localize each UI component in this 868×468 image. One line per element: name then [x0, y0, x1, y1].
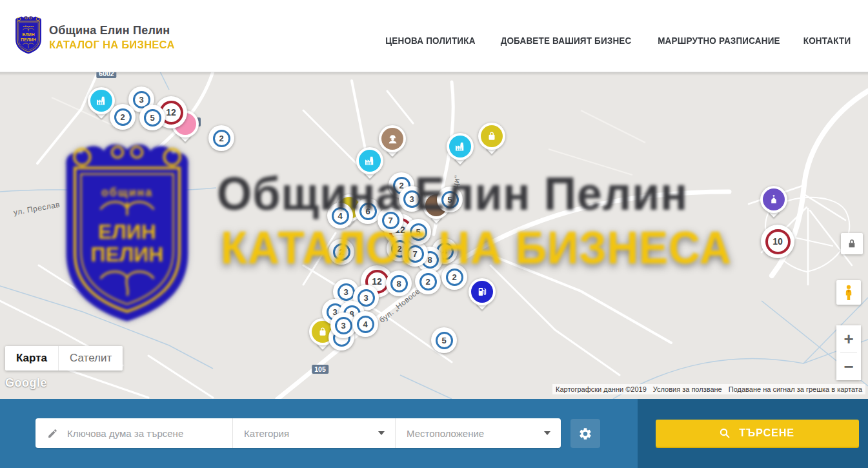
cluster-marker[interactable]: 5 [139, 105, 165, 130]
svg-text:ПЕЛИН: ПЕЛИН [21, 37, 36, 42]
cluster-marker[interactable]: 6 [355, 198, 381, 224]
search-bar: Категория Местоположение ТЪРСЕНЕ [0, 399, 868, 468]
cluster-marker[interactable]: 8 [386, 270, 412, 296]
chevron-down-icon [378, 431, 385, 435]
cluster-count: 3 [403, 190, 421, 208]
cluster-marker[interactable]: 5 [405, 219, 431, 245]
page: община ЕЛИН ПЕЛИН Община Елин Пелин КАТА… [0, 0, 868, 468]
category-select-label: Категория [244, 428, 289, 439]
factory-pin[interactable] [447, 133, 474, 160]
pencil-icon [47, 428, 58, 439]
cluster-count: 4 [332, 207, 349, 225]
search-field-group: Категория Местоположение [35, 418, 561, 448]
cluster-count: 4 [357, 316, 374, 333]
site-subtitle: КАТАЛОГ НА БИЗНЕСА [49, 39, 175, 52]
cluster-count: 5 [436, 332, 453, 349]
cluster-marker[interactable]: 4 [352, 311, 378, 337]
road-badge: 6002 [96, 72, 116, 78]
location-select[interactable]: Местоположение [395, 418, 561, 448]
cluster-count: 8 [390, 275, 408, 292]
map-type-satellite-button[interactable]: Сателит [58, 346, 123, 371]
attribution-text: Картографски данни ©2019 [552, 384, 650, 394]
main-nav: ЦЕНОВА ПОЛИТИКАДОБАВЕТЕ ВАШИЯТ БИЗНЕСМАР… [382, 0, 853, 72]
cluster-marker[interactable]: 10 [761, 225, 794, 258]
cluster-count: 5 [410, 223, 427, 241]
nav-item-0[interactable]: ЦЕНОВА ПОЛИТИКА [385, 36, 475, 46]
location-select-label: Местоположение [407, 428, 484, 439]
factory-pin[interactable] [356, 147, 383, 174]
cluster-count: 5 [441, 191, 459, 209]
cluster-count: 7 [407, 245, 424, 263]
search-button[interactable]: ТЪРСЕНЕ [656, 420, 859, 447]
municipality-crest-icon: община ЕЛИН ПЕЛИН [13, 15, 44, 56]
cluster-marker[interactable]: 4 [327, 203, 353, 229]
nav-item-1[interactable]: ДОБАВЕТЕ ВАШИЯТ БИЗНЕС [501, 36, 632, 46]
cluster-count: 10 [765, 229, 791, 254]
attribution-link[interactable]: Условия за ползване [650, 384, 725, 394]
cluster-marker[interactable]: 2 [208, 125, 234, 151]
cluster-count: 2 [114, 108, 132, 126]
road-badge: 105 [312, 365, 328, 374]
lock-icon [847, 239, 856, 249]
keyword-cell [35, 418, 232, 448]
zoom-control: + − [836, 325, 861, 380]
nav-item-2[interactable]: МАРШРУТНО РАЗПИСАНИЕ [658, 36, 780, 46]
chevron-down-icon [544, 431, 550, 435]
map-attribution: Картографски данни ©2019Условия за ползв… [552, 384, 865, 394]
cluster-count: 6 [359, 203, 377, 220]
cluster-marker[interactable]: 2 [110, 104, 136, 130]
lock-control-button[interactable] [841, 233, 863, 254]
pegman-control-button[interactable] [836, 280, 861, 305]
map-type-map-button[interactable]: Карта [5, 346, 58, 371]
cluster-marker[interactable]: 5 [431, 327, 457, 353]
cluster-marker[interactable]: 2 [441, 264, 467, 290]
zoom-in-button[interactable]: + [836, 325, 861, 352]
cluster-count: 2 [419, 273, 437, 290]
cluster-marker[interactable]: 5 [437, 187, 463, 212]
svg-text:община: община [23, 25, 34, 28]
cluster-marker[interactable]: 2 [328, 239, 354, 265]
fuel-pin[interactable] [469, 278, 496, 305]
pegman-icon [842, 284, 856, 301]
cluster-count: 2 [446, 269, 463, 286]
search-button-label: ТЪРСЕНЕ [739, 427, 794, 440]
svg-text:ЕЛИН: ЕЛИН [22, 32, 34, 37]
map-type-switch: Карта Сателит [5, 346, 123, 371]
cluster-count: 7 [382, 212, 399, 229]
cluster-marker[interactable]: 2 [415, 269, 441, 294]
bag-pin[interactable] [478, 123, 505, 150]
search-icon [719, 427, 731, 439]
zoom-out-button[interactable]: − [836, 353, 861, 380]
cluster-count: 3 [335, 317, 352, 334]
cluster-marker[interactable]: 3 [399, 186, 425, 212]
gear-icon [578, 427, 592, 441]
church-pin[interactable] [760, 186, 787, 213]
google-logo[interactable]: Google [5, 376, 47, 390]
map-container: 6002105 ул. Преславбул. „Новоселци“ 1224… [0, 72, 868, 399]
cluster-marker[interactable]: 7 [378, 207, 403, 233]
cluster-count: 2 [213, 130, 230, 147]
attribution-link[interactable]: Подаване на сигнал за грешка в картата [725, 384, 865, 394]
cluster-count: 2 [333, 243, 350, 261]
cluster-marker[interactable]: 7 [402, 241, 428, 267]
nav-item-3[interactable]: КОНТАКТИ [803, 36, 851, 46]
keyword-input[interactable] [66, 427, 223, 440]
header: община ЕЛИН ПЕЛИН Община Елин Пелин КАТА… [0, 0, 868, 72]
advanced-settings-button[interactable] [570, 419, 600, 448]
cluster-count: 5 [144, 109, 161, 127]
category-select[interactable]: Категория [232, 418, 395, 448]
search-button-panel: ТЪРСЕНЕ [638, 399, 868, 468]
site-title: Община Елин Пелин [49, 24, 179, 37]
cluster-count: 3 [338, 283, 355, 301]
site-logo[interactable]: община ЕЛИН ПЕЛИН Община Елин Пелин КАТА… [13, 15, 179, 56]
